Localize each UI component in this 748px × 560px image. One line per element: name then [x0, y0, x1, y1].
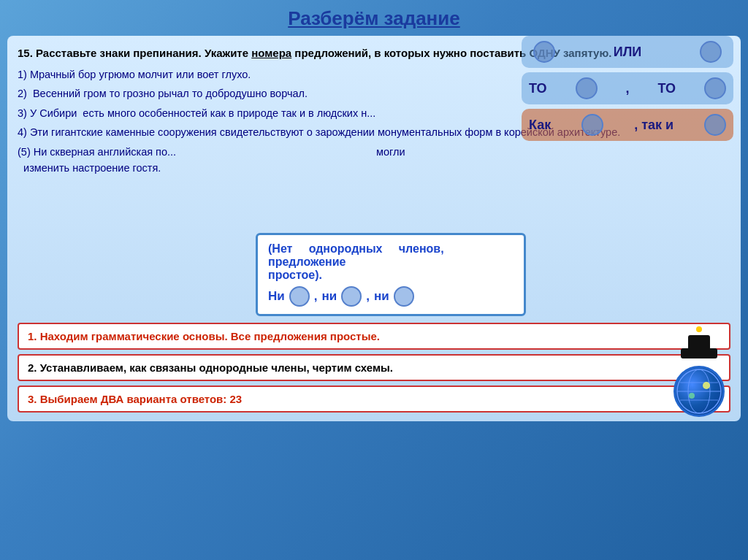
bottom-boxes: 1. Находим грамматические основы. Все пр…	[18, 323, 730, 413]
svg-point-6	[689, 393, 695, 399]
est-word: есть	[83, 107, 104, 119]
voet-word: воет	[197, 69, 219, 80]
izmenit-word: изменить	[23, 162, 69, 174]
molchit-word: молчит	[138, 69, 173, 80]
page-title: Разберём задание	[7, 7, 741, 30]
ili-circle-right	[700, 41, 722, 63]
ni-sep2: ,	[366, 289, 370, 304]
tooltip-box: (Нет однородных членов, предложение прос…	[256, 233, 526, 316]
ni-circle3	[394, 286, 414, 307]
sentence-5: (5) Ни скверная английская по... могли и…	[18, 144, 730, 177]
kak-circle	[581, 114, 603, 136]
kak-label: Как	[529, 118, 551, 133]
ili-pattern-box: ИЛИ	[522, 36, 733, 68]
kak-pattern-box: Как , так и	[522, 109, 733, 141]
ni-row: Ни , ни , ни	[268, 286, 514, 307]
to-label1: ТО	[529, 81, 547, 96]
step1-box: 1. Находим грамматические основы. Все пр…	[18, 323, 730, 350]
tak-i-label: , так и	[634, 118, 673, 133]
to1-word: то	[110, 88, 121, 99]
tak-i-circle	[704, 114, 726, 136]
step3-box: 3. Выбираем ДВА варианта ответов: 23	[18, 386, 730, 413]
globe-hat	[681, 348, 717, 358]
kak-word: как	[210, 107, 226, 119]
tak-i-word: так и	[281, 107, 305, 119]
rycal-word: рычал	[158, 88, 189, 99]
ni-circle1	[289, 286, 310, 307]
sooruzhenia-word: сооружения	[158, 126, 217, 138]
ni-label3: ни	[374, 289, 389, 304]
ili-circle-left	[533, 41, 555, 63]
main-container: Разберём задание 15. Расставьте знаки пр…	[0, 0, 748, 560]
bor-word: бор	[78, 69, 96, 80]
svid-word: свидетельствуют	[220, 126, 304, 138]
to-circle1	[576, 77, 598, 99]
vorchal-word: ворчал	[270, 88, 305, 99]
to2-word: то	[192, 88, 203, 99]
task-number: 15.	[18, 47, 33, 59]
ili-label: ИЛИ	[614, 45, 642, 60]
ni-circle2	[341, 286, 362, 307]
to-circle2	[704, 77, 726, 99]
ni-sep1: ,	[314, 289, 318, 304]
step2-box: 2. Устанавливаем, как связаны однородные…	[18, 354, 730, 381]
pattern-boxes: ИЛИ ТО , ТО Как , так и	[522, 36, 733, 141]
globe-body	[673, 366, 725, 417]
ni-label2: ни	[321, 289, 337, 304]
tooltip-line2: простое).	[268, 269, 514, 282]
to-label2: ТО	[657, 81, 676, 96]
ni-label1: Ни	[268, 289, 285, 304]
globe-svg	[676, 368, 722, 415]
to-pattern-box: ТО , ТО	[522, 72, 733, 104]
globe-character	[666, 348, 732, 414]
svg-point-5	[703, 382, 710, 389]
tooltip-line1: (Нет однородных членов, предложение	[268, 242, 514, 269]
content-area: 15. Расставьте знаки препинания. Укажите…	[7, 36, 741, 421]
to-comma: ,	[625, 81, 629, 96]
